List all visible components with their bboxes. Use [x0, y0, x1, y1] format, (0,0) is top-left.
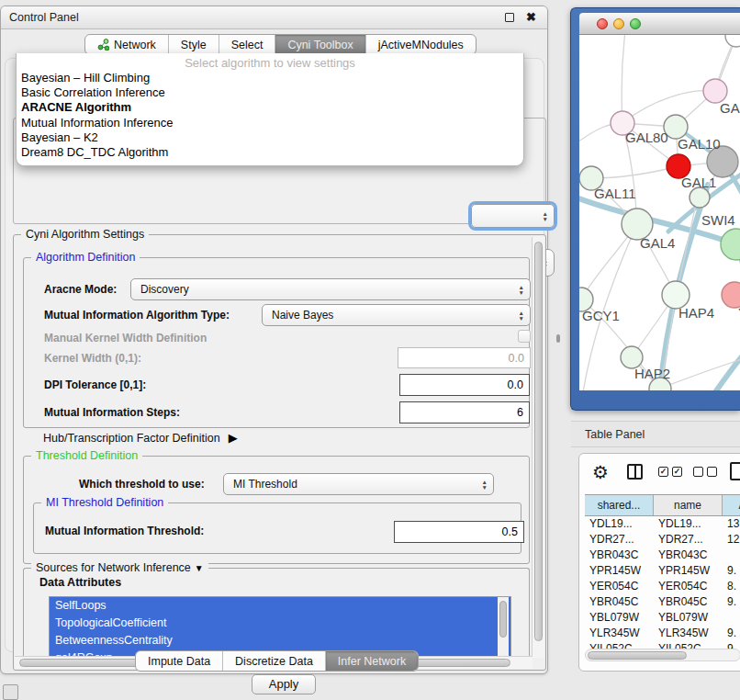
network-edge — [591, 166, 678, 178]
tab-label: Network — [114, 39, 156, 51]
floating-panel-icon[interactable] — [3, 684, 18, 700]
combo-steppers-icon: ▲▼ — [519, 310, 524, 321]
tab-label: Impute Data — [148, 655, 210, 668]
split-pane-grip[interactable] — [556, 334, 560, 343]
tab-impute-data[interactable]: Impute Data — [136, 651, 222, 671]
control-panel-titlebar: Control Panel ✖ — [1, 6, 547, 29]
settings-vertical-scrollbar[interactable] — [532, 237, 544, 658]
network-edge — [622, 35, 625, 123]
hub-factor-section-toggle[interactable]: Hub/Transcription Factor Definition▶ — [43, 431, 238, 445]
close-icon[interactable]: ✖ — [526, 10, 536, 24]
network-icon — [97, 39, 109, 51]
network-node-swi4[interactable] — [690, 187, 710, 208]
node-label: GAL80 — [625, 130, 668, 145]
attribute-item[interactable]: BetweennessCentrality — [50, 632, 510, 649]
network-canvas[interactable]: GALGAL80GAL10GAL1GAL11SWI4GAL4GCY1HAP4YH… — [579, 35, 740, 390]
data-attributes-label: Data Attributes — [39, 576, 121, 589]
algorithm-option[interactable]: Bayesian – K2 — [17, 130, 523, 145]
tab-label: Select — [231, 39, 263, 51]
mi-steps-field[interactable] — [399, 401, 530, 423]
attribute-item[interactable]: SelfLoops — [50, 597, 510, 615]
algorithm-option[interactable]: Dream8 DC_TDC Algorithm — [17, 145, 523, 160]
table-cell: YDL19... — [654, 516, 723, 532]
split-columns-icon[interactable] — [627, 464, 643, 480]
algorithm-option[interactable]: Basic Correlation Inference — [17, 85, 523, 100]
combo-steppers-icon: ▲▼ — [519, 285, 524, 295]
mi-steps-label: Mutual Information Steps: — [44, 406, 180, 419]
unchecked-box-icon[interactable] — [693, 467, 703, 477]
table-cell: YDR27... — [654, 532, 723, 548]
table-row[interactable]: YER054CYER054C8. — [585, 579, 740, 594]
algorithm-option[interactable]: Bayesian – Hill Climbing — [17, 71, 523, 85]
tab-label: Style — [181, 39, 207, 51]
zoom-traffic-light-icon[interactable] — [630, 18, 641, 29]
network-edge — [715, 351, 740, 390]
which-threshold-label: Which threshold to use: — [79, 478, 205, 491]
attr-list-scrollbar[interactable] — [498, 597, 509, 658]
mi-type-value: Naive Bayes — [272, 309, 333, 322]
table-cell — [723, 548, 740, 563]
aracne-mode-combo[interactable]: Discovery ▲▼ — [130, 278, 531, 300]
document-icon[interactable] — [730, 462, 740, 480]
algorithm-definition-title: Algorithm Definition — [31, 251, 140, 264]
manual-kernel-checkbox[interactable] — [518, 330, 531, 343]
threshold-definition-group: Threshold Definition Which threshold to … — [23, 456, 530, 564]
tab-discretize-data[interactable]: Discretize Data — [222, 651, 325, 671]
close-traffic-light-icon[interactable] — [597, 18, 608, 29]
table-cell: 8. — [723, 579, 740, 594]
algorithm-option[interactable]: ARACNE Algorithm — [17, 100, 523, 115]
network-node-y[interactable] — [722, 282, 740, 308]
algorithm-option[interactable]: Mutual Information Inference — [17, 116, 523, 130]
attribute-item[interactable]: TopologicalCoefficient — [50, 615, 510, 632]
checked-box-icon[interactable]: ✓ — [658, 467, 668, 477]
tab-infer-network[interactable]: Infer Network — [325, 651, 418, 671]
table-row[interactable]: YLR345WYLR345W9. — [585, 626, 740, 641]
unchecked-box-icon[interactable] — [707, 467, 717, 477]
tab-select[interactable]: Select — [219, 35, 275, 54]
table-row[interactable]: YBR043CYBR043C — [585, 548, 740, 563]
which-threshold-combo[interactable]: MI Threshold ▲▼ — [223, 473, 494, 495]
expanded-arrow-icon[interactable]: ▼ — [195, 563, 204, 573]
algorithm-dropdown-popup: Select algorithm to view settingsBayesia… — [16, 53, 524, 166]
table-row[interactable]: YBL079WYBL079W — [585, 610, 740, 626]
node-label: HAP2 — [634, 366, 670, 381]
tab-cyni-toolbox[interactable]: Cyni Toolbox — [275, 35, 364, 54]
combo-steppers-icon: ▲▼ — [543, 211, 548, 221]
apply-button[interactable]: Apply — [252, 674, 316, 694]
network-node[interactable] — [721, 229, 740, 260]
kernel-width-field[interactable] — [398, 347, 531, 368]
float-window-icon[interactable] — [505, 13, 514, 22]
minimize-traffic-light-icon[interactable] — [613, 18, 624, 29]
control-panel-window: Control Panel ✖ NetworkStyleSelectCyni T… — [0, 6, 548, 674]
tab-network[interactable]: Network — [85, 35, 168, 54]
network-node[interactable] — [725, 35, 740, 47]
checked-box-icon[interactable]: ✓ — [672, 467, 682, 477]
mi-type-combo[interactable]: Naive Bayes ▲▼ — [262, 304, 531, 326]
aracne-mode-label: Aracne Mode: — [44, 283, 117, 296]
column-header[interactable]: shared... — [585, 495, 654, 515]
dpi-tolerance-field[interactable] — [399, 374, 530, 396]
control-panel-tabs: NetworkStyleSelectCyni ToolboxjActiveMNo… — [84, 34, 477, 55]
table-row[interactable]: YDR27...YDR27...12 — [585, 532, 740, 548]
cyni-bottom-tabs: Impute DataDiscretize DataInfer Network — [135, 650, 419, 672]
screen: Control Panel ✖ NetworkStyleSelectCyni T… — [0, 0, 740, 700]
mi-threshold-field[interactable] — [394, 521, 524, 543]
table-horizontal-scrollbar[interactable] — [585, 649, 740, 661]
table-row[interactable]: YDL19...YDL19...13 — [585, 516, 740, 532]
tab-jactivemnodules[interactable]: jActiveMNodules — [365, 35, 476, 54]
table-cell: YBR045C — [585, 594, 654, 610]
tab-style[interactable]: Style — [168, 35, 219, 54]
node-label: GAL11 — [594, 186, 636, 201]
combo-steppers-icon: ▲▼ — [482, 480, 488, 490]
column-header[interactable]: A — [723, 495, 740, 515]
table-row[interactable]: YPR145WYPR145W9. — [585, 563, 740, 579]
column-header[interactable]: name — [654, 495, 723, 515]
sources-group-title: Sources for Network Inference▼ — [31, 561, 208, 574]
table-row[interactable]: YBR045CYBR045C9. — [585, 594, 740, 610]
collapsed-arrow-icon: ▶ — [229, 431, 238, 445]
node-label: GCY1 — [582, 308, 620, 323]
gear-icon[interactable]: ⚙ — [592, 461, 609, 483]
node-label: SWI4 — [701, 212, 735, 228]
table-panel-title: Table Panel — [585, 422, 645, 448]
inference-algorithm-combo[interactable]: ▲▼ — [471, 204, 555, 228]
